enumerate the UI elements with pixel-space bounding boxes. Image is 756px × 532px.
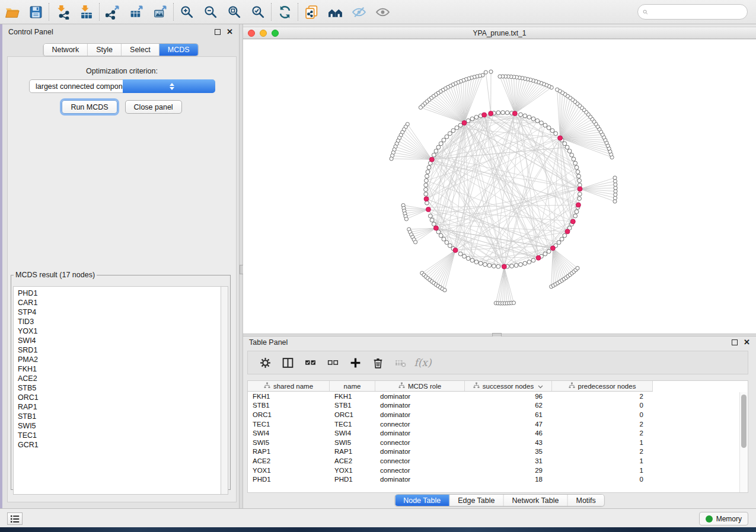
show-all-icon[interactable] [371,2,394,22]
network-canvas[interactable] [243,40,756,334]
criterion-dropdown[interactable]: largest connected component (undirected) [29,79,215,93]
open-file-icon[interactable] [0,2,24,22]
hide-selected-icon[interactable] [347,2,371,22]
cell-mcds_role: dominator [375,476,465,483]
tab-network[interactable]: Network [43,44,88,56]
table-panel-title: Table Panel [249,338,288,347]
mcds-result-item[interactable]: STP4 [18,307,222,317]
tab-select[interactable]: Select [122,44,160,56]
column-type-icon [569,382,575,390]
mcds-result-item[interactable]: SWI4 [18,336,222,345]
mcds-result-item[interactable]: SWI5 [18,421,222,431]
cell-name: TEC1 [330,421,375,428]
save-session-icon[interactable] [24,2,47,22]
tab-edge-table[interactable]: Edge Table [449,495,503,506]
zoom-in-icon[interactable] [175,2,199,22]
mcds-result-item[interactable]: PMA2 [18,355,222,364]
toolbar-separator [298,3,298,21]
tab-style[interactable]: Style [88,44,122,56]
table-row[interactable]: SWI5SWI5connector431 [248,438,653,447]
control-panel: Control Panel ✕ NetworkStyleSelectMCDS O… [2,24,239,508]
select-all-icon[interactable] [300,354,320,371]
table-row[interactable]: PHD1PHD1dominator180 [248,475,653,484]
vertical-splitter[interactable] [239,24,243,508]
mcds-result-item[interactable]: YOX1 [18,326,222,336]
cell-name: FKH1 [330,393,375,400]
mcds-result-item[interactable]: ORC1 [18,393,222,402]
search-input[interactable] [648,7,742,17]
table-scrollbar-thumb[interactable] [741,395,747,448]
toolbar-separator [49,3,49,21]
table-row[interactable]: SWI4SWI4dominator462 [248,428,653,438]
table-scrollbar[interactable] [739,392,747,493]
memory-button[interactable]: Memory [699,512,748,525]
dropdown-stepper-icon [123,79,216,93]
import-network-icon[interactable] [50,2,74,22]
mcds-result-item[interactable]: PHD1 [18,289,222,298]
close-panel-icon[interactable]: ✕ [227,29,233,35]
cell-mcds_role: dominator [375,448,465,455]
table-row[interactable]: YOX1YOX1connector291 [248,466,653,475]
table-settings-icon[interactable] [255,354,275,371]
mcds-result-item[interactable]: TEC1 [18,431,222,440]
table-row[interactable]: STB1STB1dominator620 [248,401,653,411]
mcds-result-item[interactable]: TID3 [18,317,222,326]
close-panel-button[interactable]: Close panel [125,100,182,114]
zoom-selected-icon[interactable] [246,2,270,22]
result-scrollbar[interactable] [221,286,228,495]
mcds-result-item[interactable]: GCR1 [18,440,222,450]
sort-chevron-icon[interactable] [537,383,543,390]
status-bar: Memory [0,508,756,527]
tab-motifs[interactable]: Motifs [567,495,604,506]
run-mcds-button[interactable]: Run MCDS [62,100,117,114]
mcds-result-item[interactable]: STB5 [18,383,222,393]
column-header-MCDS-role[interactable]: MCDS role [375,381,465,391]
tab-network-table[interactable]: Network Table [504,495,568,506]
deselect-all-icon[interactable] [323,354,343,371]
float-panel-icon[interactable] [215,29,221,35]
column-type-icon [398,382,405,390]
table-row[interactable]: TEC1TEC1connector472 [248,419,653,429]
table-row[interactable]: ORC1ORC1dominator610 [248,410,653,419]
import-table-icon[interactable] [74,2,98,22]
mcds-result-item[interactable]: RAP1 [18,402,222,412]
clone-network-icon[interactable] [299,2,323,22]
list-icon [10,515,20,523]
mcds-result-list[interactable]: PHD1CAR1STP4TID3YOX1SWI4SRD1PMA2FKH1ACE2… [13,286,222,495]
mcds-result-item[interactable]: FKH1 [18,364,222,374]
export-network-icon[interactable] [101,2,125,22]
split-panel-icon[interactable] [277,354,298,371]
table-row[interactable]: ACE2ACE2connector311 [248,456,653,466]
zoom-fit-icon[interactable] [222,2,246,22]
add-column-icon[interactable] [345,354,365,371]
column-header-successor-nodes[interactable]: successor nodes [465,381,552,391]
column-header-predecessor-nodes[interactable]: predecessor nodes [552,381,653,391]
search-box[interactable] [637,4,748,20]
table-row[interactable]: RAP1RAP1dominator352 [248,447,653,457]
column-header-name[interactable]: name [330,381,375,391]
zoom-out-icon[interactable] [199,2,222,22]
export-image-icon[interactable] [148,2,172,22]
tab-mcds[interactable]: MCDS [160,44,198,56]
task-history-button[interactable] [7,512,23,525]
column-header-shared-name[interactable]: shared name [248,381,330,391]
network-window-titlebar: YPA_prune.txt_1 [243,27,756,39]
delete-column-icon[interactable] [368,354,388,371]
criterion-value: largest connected component (undirected) [30,82,123,91]
control-panel-tabs: NetworkStyleSelectMCDS [43,43,198,56]
cell-predecessor_nodes: 1 [552,457,653,464]
table-header-row: shared namenameMCDS rolesuccessor nodesp… [248,381,653,392]
mcds-buttons: Run MCDS Close panel [8,100,236,114]
mcds-result-item[interactable]: STB1 [18,412,222,421]
export-table-icon[interactable] [125,2,148,22]
mcds-result-item[interactable]: CAR1 [18,298,222,307]
close-table-panel-icon[interactable]: ✕ [744,339,750,345]
table-row[interactable]: FKH1FKH1dominator962 [248,392,653,401]
cell-shared_name: TEC1 [248,421,330,428]
first-neighbors-icon[interactable] [323,2,347,22]
float-table-panel-icon[interactable] [732,339,738,345]
mcds-result-item[interactable]: ACE2 [18,374,222,383]
tab-node-table[interactable]: Node Table [395,495,449,506]
refresh-layout-icon[interactable] [273,2,296,22]
mcds-result-item[interactable]: SRD1 [18,345,222,355]
